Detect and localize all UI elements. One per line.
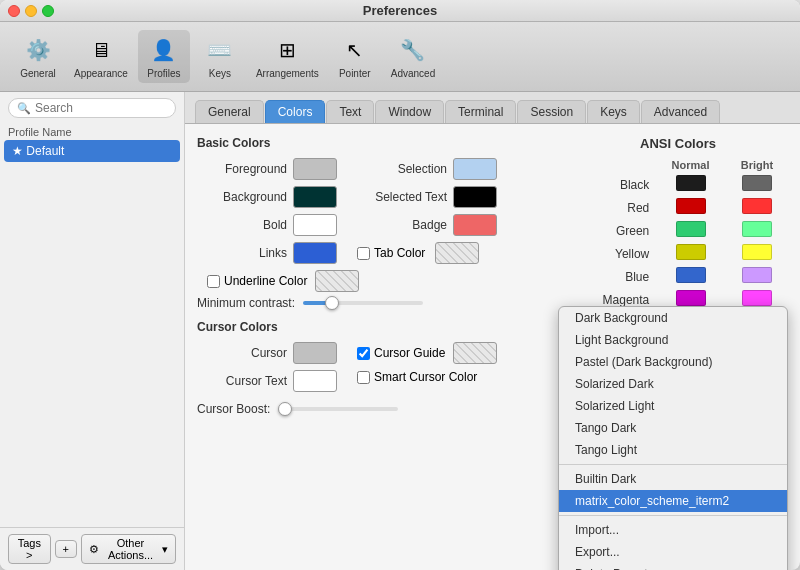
underline-color-swatch[interactable] bbox=[315, 270, 359, 292]
contrast-slider-track[interactable] bbox=[303, 301, 423, 305]
ansi-normal-magenta[interactable] bbox=[676, 290, 706, 306]
contrast-label: Minimum contrast: bbox=[197, 296, 295, 310]
titlebar: Preferences bbox=[0, 0, 800, 22]
preset-item-tango-dark[interactable]: Tango Dark bbox=[559, 417, 787, 439]
toolbar-item-pointer[interactable]: ↖ Pointer bbox=[329, 30, 381, 83]
badge-swatch[interactable] bbox=[453, 214, 497, 236]
preset-item-light-bg[interactable]: Light Background bbox=[559, 329, 787, 351]
preset-item-pastel[interactable]: Pastel (Dark Background) bbox=[559, 351, 787, 373]
preset-item-solarized-light[interactable]: Solarized Light bbox=[559, 395, 787, 417]
ansi-row-black: Black bbox=[568, 173, 788, 196]
basic-colors-header: Basic Colors bbox=[197, 136, 552, 150]
smart-cursor-checkbox[interactable] bbox=[357, 371, 370, 384]
tab-color-checkbox[interactable] bbox=[357, 247, 370, 260]
tab-general[interactable]: General bbox=[195, 100, 264, 123]
search-input[interactable] bbox=[35, 101, 167, 115]
toolbar-label-arrangements: Arrangements bbox=[256, 68, 319, 79]
toolbar-label-pointer: Pointer bbox=[339, 68, 371, 79]
cursor-text-swatch[interactable] bbox=[293, 370, 337, 392]
tags-button[interactable]: Tags > bbox=[8, 534, 51, 564]
toolbar-label-advanced: Advanced bbox=[391, 68, 435, 79]
preset-item-matrix[interactable]: matrix_color_scheme_iterm2 bbox=[559, 490, 787, 512]
cursor-guide-swatch[interactable] bbox=[453, 342, 497, 364]
ansi-bright-green[interactable] bbox=[742, 221, 772, 237]
cursor-boost-slider[interactable] bbox=[278, 407, 398, 411]
toolbar-label-keys: Keys bbox=[209, 68, 231, 79]
close-button[interactable] bbox=[8, 5, 20, 17]
preset-item-builtin-dark[interactable]: Builtin Dark bbox=[559, 468, 787, 490]
preset-item-dark-bg[interactable]: Dark Background bbox=[559, 307, 787, 329]
ansi-bright-black[interactable] bbox=[742, 175, 772, 191]
maximize-button[interactable] bbox=[42, 5, 54, 17]
selected-text-swatch[interactable] bbox=[453, 186, 497, 208]
ansi-normal-black[interactable] bbox=[676, 175, 706, 191]
toolbar-item-appearance[interactable]: 🖥 Appearance bbox=[68, 30, 134, 83]
ansi-normal-green[interactable] bbox=[676, 221, 706, 237]
tab-colors[interactable]: Colors bbox=[265, 100, 326, 123]
panel: Basic Colors Foreground Background bbox=[185, 124, 800, 570]
presets-area: Color Presets... ▼ Dark Background Light… bbox=[568, 369, 788, 391]
tab-terminal[interactable]: Terminal bbox=[445, 100, 516, 123]
right-panel: ANSI Colors Normal Bright Black bbox=[568, 136, 788, 558]
ansi-bright-yellow[interactable] bbox=[742, 244, 772, 260]
ansi-normal-yellow[interactable] bbox=[676, 244, 706, 260]
badge-label: Badge bbox=[357, 218, 447, 232]
tab-keys[interactable]: Keys bbox=[587, 100, 640, 123]
tab-text[interactable]: Text bbox=[326, 100, 374, 123]
cursor-swatch[interactable] bbox=[293, 342, 337, 364]
profiles-icon: 👤 bbox=[148, 34, 180, 66]
advanced-icon: 🔧 bbox=[397, 34, 429, 66]
tab-advanced[interactable]: Advanced bbox=[641, 100, 720, 123]
pointer-icon: ↖ bbox=[339, 34, 371, 66]
minimize-button[interactable] bbox=[25, 5, 37, 17]
selection-swatch[interactable] bbox=[453, 158, 497, 180]
selected-text-label: Selected Text bbox=[357, 190, 447, 204]
toolbar: ⚙️ General 🖥 Appearance 👤 Profiles ⌨️ Ke… bbox=[0, 22, 800, 92]
smart-cursor-row: Smart Cursor Color bbox=[357, 370, 497, 384]
links-swatch[interactable] bbox=[293, 242, 337, 264]
tab-session[interactable]: Session bbox=[517, 100, 586, 123]
tab-window[interactable]: Window bbox=[375, 100, 444, 123]
preset-item-export[interactable]: Export... bbox=[559, 541, 787, 563]
cursor-guide-checkbox[interactable] bbox=[357, 347, 370, 360]
ansi-name-yellow: Yellow bbox=[568, 242, 655, 265]
contrast-slider-thumb[interactable] bbox=[325, 296, 339, 310]
toolbar-item-profiles[interactable]: 👤 Profiles bbox=[138, 30, 190, 83]
other-actions-button[interactable]: ⚙ Other Actions... ▾ bbox=[81, 534, 176, 564]
tab-color-row: Tab Color bbox=[357, 242, 497, 264]
ansi-normal-blue[interactable] bbox=[676, 267, 706, 283]
background-row: Background bbox=[197, 186, 337, 208]
underline-color-checkbox[interactable] bbox=[207, 275, 220, 288]
ansi-normal-red[interactable] bbox=[676, 198, 706, 214]
ansi-bright-red[interactable] bbox=[742, 198, 772, 214]
badge-row: Badge bbox=[357, 214, 497, 236]
preset-item-delete[interactable]: Delete Preset... bbox=[559, 563, 787, 570]
toolbar-item-general[interactable]: ⚙️ General bbox=[12, 30, 64, 83]
ansi-row-yellow: Yellow bbox=[568, 242, 788, 265]
foreground-swatch[interactable] bbox=[293, 158, 337, 180]
search-box[interactable]: 🔍 bbox=[8, 98, 176, 118]
selected-text-row: Selected Text bbox=[357, 186, 497, 208]
ansi-bright-blue[interactable] bbox=[742, 267, 772, 283]
add-profile-button[interactable]: + bbox=[55, 540, 77, 558]
preset-item-solarized-dark[interactable]: Solarized Dark bbox=[559, 373, 787, 395]
ansi-name-red: Red bbox=[568, 196, 655, 219]
general-icon: ⚙️ bbox=[22, 34, 54, 66]
profile-item-default[interactable]: ★ Default bbox=[4, 140, 180, 162]
preset-item-import[interactable]: Import... bbox=[559, 519, 787, 541]
cursor-boost-thumb[interactable] bbox=[278, 402, 292, 416]
bold-swatch[interactable] bbox=[293, 214, 337, 236]
background-swatch[interactable] bbox=[293, 186, 337, 208]
contrast-row: Minimum contrast: bbox=[197, 296, 552, 310]
appearance-icon: 🖥 bbox=[85, 34, 117, 66]
ansi-name-blue: Blue bbox=[568, 265, 655, 288]
toolbar-label-profiles: Profiles bbox=[147, 68, 180, 79]
selection-row: Selection bbox=[357, 158, 497, 180]
toolbar-item-keys[interactable]: ⌨️ Keys bbox=[194, 30, 246, 83]
tab-color-swatch[interactable] bbox=[435, 242, 479, 264]
ansi-bright-magenta[interactable] bbox=[742, 290, 772, 306]
toolbar-item-arrangements[interactable]: ⊞ Arrangements bbox=[250, 30, 325, 83]
sidebar: 🔍 Profile Name ★ Default Tags > + ⚙ Othe… bbox=[0, 92, 185, 570]
preset-item-tango-light[interactable]: Tango Light bbox=[559, 439, 787, 461]
toolbar-item-advanced[interactable]: 🔧 Advanced bbox=[385, 30, 441, 83]
